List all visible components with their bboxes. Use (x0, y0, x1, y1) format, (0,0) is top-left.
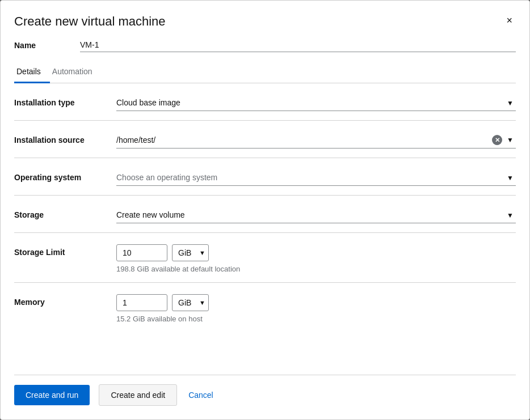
storage-select-wrap: Create new volume Use existing volume ▼ (116, 207, 516, 223)
installation-source-input[interactable] (116, 132, 490, 148)
tab-automation[interactable]: Automation (50, 61, 102, 83)
operating-system-select-wrap: Choose an operating system ▼ (116, 169, 516, 186)
dialog-footer: Create and run Create and edit Cancel (14, 375, 516, 406)
name-input[interactable] (80, 38, 516, 52)
operating-system-select[interactable]: Choose an operating system (116, 169, 516, 186)
form-section: Installation type Cloud base image ISO i… (14, 95, 516, 361)
storage-limit-unit-wrap: MiB GiB TiB ▼ (172, 244, 209, 261)
installation-type-row: Installation type Cloud base image ISO i… (14, 95, 516, 121)
installation-source-clear-button[interactable]: ✕ (490, 134, 504, 146)
storage-limit-input[interactable] (116, 244, 167, 261)
installation-source-dropdown-button[interactable]: ▼ (504, 135, 516, 145)
storage-limit-input-row: MiB GiB TiB ▼ (116, 244, 516, 261)
storage-control: Create new volume Use existing volume ▼ (116, 207, 516, 223)
installation-source-label: Installation source (14, 132, 116, 145)
storage-limit-label: Storage Limit (14, 244, 116, 257)
name-label: Name (14, 41, 71, 50)
memory-row: Memory MiB GiB ▼ 15.2 GiB available on h… (14, 294, 516, 332)
cancel-button[interactable]: Cancel (186, 385, 216, 405)
storage-limit-control: MiB GiB TiB ▼ 198.8 GiB available at def… (116, 244, 516, 273)
create-and-run-button[interactable]: Create and run (14, 385, 90, 405)
installation-source-row: Installation source ✕ ▼ (14, 132, 516, 158)
storage-select[interactable]: Create new volume Use existing volume (116, 207, 516, 223)
memory-unit-wrap: MiB GiB ▼ (172, 294, 209, 311)
memory-hint: 15.2 GiB available on host (116, 315, 516, 323)
storage-label: Storage (14, 207, 116, 219)
storage-limit-row: Storage Limit MiB GiB TiB ▼ 198.8 GiB av… (14, 244, 516, 283)
close-button[interactable]: × (503, 14, 516, 27)
storage-row: Storage Create new volume Use existing v… (14, 207, 516, 233)
clear-icon: ✕ (492, 135, 502, 145)
operating-system-label: Operating system (14, 169, 116, 182)
storage-limit-hint: 198.8 GiB available at default location (116, 265, 516, 273)
installation-type-select-wrap: Cloud base image ISO image PXE network b… (116, 95, 516, 111)
operating-system-control: Choose an operating system ▼ (116, 169, 516, 186)
dialog-title: Create new virtual machine (14, 14, 166, 29)
installation-type-label: Installation type (14, 95, 116, 107)
memory-input[interactable] (116, 294, 167, 311)
installation-type-select[interactable]: Cloud base image ISO image PXE network b… (116, 95, 516, 111)
create-vm-dialog: Create new virtual machine × Name Detail… (0, 0, 530, 420)
memory-control: MiB GiB ▼ 15.2 GiB available on host (116, 294, 516, 323)
operating-system-row: Operating system Choose an operating sys… (14, 169, 516, 196)
tabs: Details Automation (14, 61, 516, 83)
create-and-edit-button[interactable]: Create and edit (99, 384, 177, 406)
installation-source-control: ✕ ▼ (116, 132, 516, 149)
name-row: Name (14, 38, 516, 52)
memory-input-row: MiB GiB ▼ (116, 294, 516, 311)
installation-type-control: Cloud base image ISO image PXE network b… (116, 95, 516, 111)
storage-limit-unit-select[interactable]: MiB GiB TiB (172, 244, 209, 261)
memory-label: Memory (14, 294, 116, 307)
tab-details[interactable]: Details (14, 61, 50, 83)
memory-unit-select[interactable]: MiB GiB (172, 294, 209, 311)
dialog-header: Create new virtual machine × (14, 14, 516, 29)
installation-source-input-wrap: ✕ ▼ (116, 132, 516, 149)
